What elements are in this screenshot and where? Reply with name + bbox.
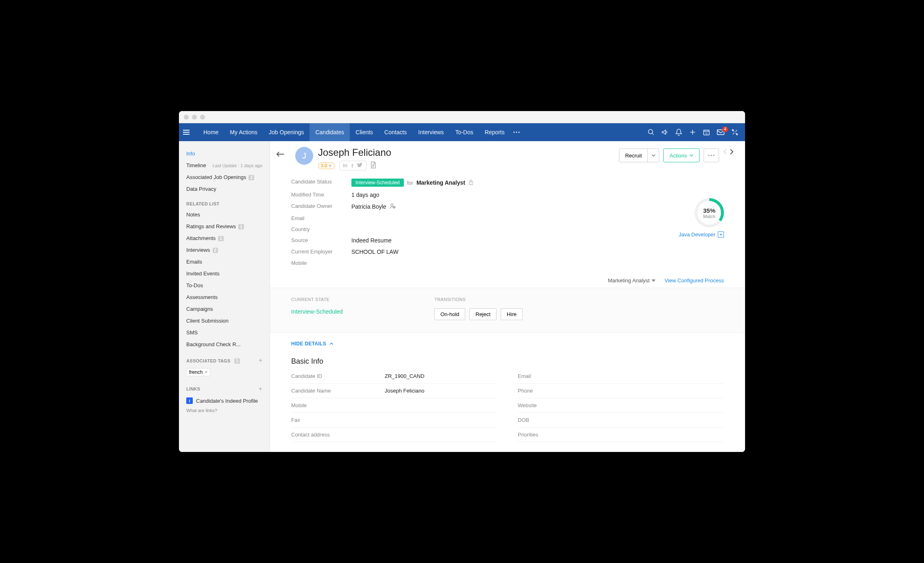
add-tag-button[interactable]: + [259, 357, 262, 364]
svg-marker-25 [652, 279, 656, 282]
sidebar-item-ratings-and-reviews[interactable]: Ratings and Reviews1 [179, 220, 270, 232]
owner-icon[interactable] [390, 203, 396, 210]
links-heading: LINKS [186, 386, 200, 391]
basic-info-row: Candidate NameJoseph Feliciano [291, 384, 497, 398]
sidebar-item-associated-job-openings[interactable]: Associated Job Openings2 [179, 171, 270, 183]
sidebar-item-emails[interactable]: Emails [179, 256, 270, 268]
announce-icon[interactable] [661, 129, 669, 136]
summary-row: SourceIndeed Resume [291, 235, 724, 246]
summary-row: Current EmployerSCHOOL OF LAW [291, 246, 724, 257]
status-job: Marketing Analyst [416, 179, 465, 186]
nav-item-contacts[interactable]: Contacts [379, 123, 412, 141]
sidebar-item-interviews[interactable]: Interviews2 [179, 244, 270, 256]
window-chrome [179, 111, 745, 123]
basic-info-row: Candidate IDZR_1900_CAND [291, 369, 497, 384]
recruit-caret[interactable] [647, 149, 659, 162]
sidebar-item-sms[interactable]: SMS [179, 327, 270, 338]
tag-chip[interactable]: french× [186, 368, 210, 376]
mail-icon[interactable]: 4 [717, 129, 725, 135]
match-label: Match [703, 214, 715, 219]
basic-info-row: Email [518, 369, 724, 384]
sidebar-item-invited-events[interactable]: Invited Events [179, 268, 270, 279]
pager-next[interactable] [730, 148, 734, 157]
transition-hire-button[interactable]: Hire [501, 308, 523, 320]
plus-icon[interactable] [689, 129, 696, 136]
basic-info-row: Priorities [518, 428, 724, 442]
add-match-icon[interactable]: + [718, 231, 724, 238]
nav-item-home[interactable]: Home [198, 123, 224, 141]
sidebar-item-info[interactable]: Info [179, 148, 270, 159]
nav-item-to-dos[interactable]: To-Dos [449, 123, 479, 141]
transition-reject-button[interactable]: Reject [469, 308, 497, 320]
more-button[interactable] [704, 148, 719, 162]
rating-pill[interactable]: 3.0★ [318, 162, 335, 169]
bell-icon[interactable] [675, 129, 682, 136]
recruit-button[interactable]: Recruit [619, 148, 659, 162]
indeed-icon: i [186, 397, 193, 404]
window-max-dot[interactable] [200, 115, 205, 120]
linkedin-icon[interactable]: in [343, 163, 347, 168]
sidebar-item-background-check-r-[interactable]: Background Check R... [179, 338, 270, 350]
main-content: J Joseph Feliciano 3.0★ in f [270, 141, 745, 452]
hide-details-toggle[interactable]: HIDE DETAILS [270, 333, 745, 350]
menu-icon[interactable] [183, 127, 193, 137]
nav-item-candidates[interactable]: Candidates [309, 123, 350, 141]
process-dropdown[interactable]: Marketing Analyst [608, 277, 656, 284]
related-list-heading: RELATED LIST [186, 201, 220, 206]
tag-remove-icon[interactable]: × [205, 369, 207, 375]
svg-rect-20 [469, 182, 473, 185]
match-job-link[interactable]: Java Developer + [679, 231, 724, 238]
view-process-link[interactable]: View Configured Process [665, 277, 724, 284]
summary-row: Mobile [291, 257, 724, 268]
svg-point-0 [513, 132, 514, 133]
sidebar-item-client-submission[interactable]: Client Submission [179, 315, 270, 327]
nav-item-job-openings[interactable]: Job Openings [263, 123, 309, 141]
summary-row: Candidate OwnerPatricia Boyle [291, 201, 724, 213]
sidebar-item-notes[interactable]: Notes [179, 209, 270, 220]
basic-info-row: Phone [518, 384, 724, 398]
sidebar-item-attachments[interactable]: Attachments1 [179, 232, 270, 244]
transition-on-hold-button[interactable]: On-hold [434, 308, 465, 320]
add-link-button[interactable]: + [259, 385, 262, 393]
twitter-icon[interactable] [357, 162, 363, 169]
mail-badge: 4 [722, 127, 728, 132]
nav-item-my-actions[interactable]: My Actions [224, 123, 263, 141]
nav-more[interactable] [510, 131, 523, 133]
window-close-dot[interactable] [184, 115, 189, 120]
nav-item-reports[interactable]: Reports [479, 123, 510, 141]
sidebar-item-data-privacy[interactable]: Data Privacy [179, 183, 270, 195]
sidebar-item-timeline[interactable]: TimelineLast Update : 1 days ago [179, 159, 270, 171]
window-min-dot[interactable] [192, 115, 197, 120]
tags-heading: ASSOCIATED TAGS [186, 358, 231, 363]
search-icon[interactable] [647, 129, 655, 136]
svg-line-4 [652, 133, 654, 135]
transitions-heading: TRANSITIONS [434, 297, 523, 302]
summary-row: Candidate StatusInterview-ScheduledforMa… [291, 176, 724, 189]
svg-point-3 [648, 129, 653, 134]
basic-info-heading: Basic Info [270, 350, 745, 369]
nav-item-interviews[interactable]: Interviews [412, 123, 449, 141]
top-nav: HomeMy ActionsJob OpeningsCandidatesClie… [179, 123, 745, 141]
basic-info-row: Contact address [291, 428, 497, 442]
back-button[interactable] [276, 147, 290, 170]
match-percent: 35% [703, 207, 715, 214]
sidebar-item-to-dos[interactable]: To-Dos [179, 279, 270, 291]
svg-point-2 [518, 132, 519, 133]
what-are-links[interactable]: What are links? [179, 406, 270, 419]
current-state-value: Interview-Scheduled [291, 308, 434, 315]
basic-info-row: DOB [518, 413, 724, 428]
sidebar: InfoTimelineLast Update : 1 days agoAsso… [179, 141, 270, 452]
svg-point-18 [711, 155, 712, 156]
settings-icon[interactable] [731, 129, 739, 136]
basic-info-row: Fax [291, 413, 497, 428]
sidebar-item-campaigns[interactable]: Campaigns [179, 303, 270, 315]
document-icon[interactable] [370, 161, 376, 170]
actions-button[interactable]: Actions [663, 148, 700, 162]
svg-point-21 [390, 204, 393, 206]
facebook-icon[interactable]: f [351, 163, 353, 169]
basic-info-row: Website [518, 398, 724, 413]
sidebar-item-assessments[interactable]: Assessments [179, 291, 270, 303]
nav-item-clients[interactable]: Clients [350, 123, 379, 141]
calendar-icon[interactable]: 31 [703, 129, 710, 136]
sidebar-link[interactable]: iCandidate's Indeed Profile [179, 395, 270, 406]
